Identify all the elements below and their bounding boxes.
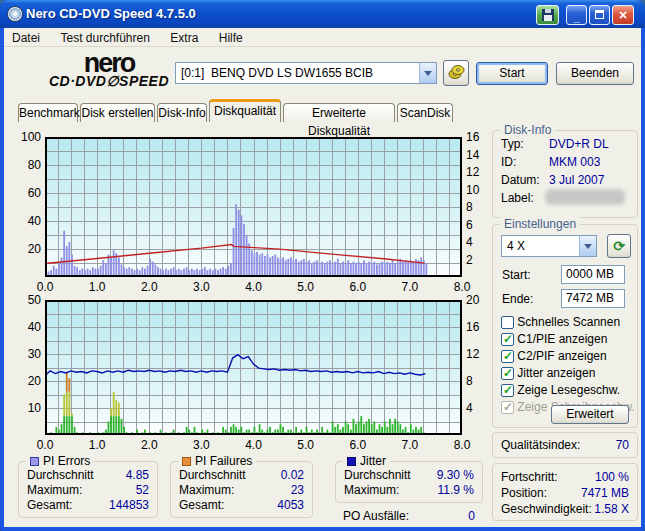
stat-label: Maximum:: [344, 483, 399, 497]
maximize-button[interactable]: [589, 5, 610, 25]
disk-info-group: Disk-Info Typ:DVD+R DL ID:MKM 003 Datum:…: [492, 130, 638, 218]
stat-value: 144853: [109, 498, 149, 512]
left-axis-tick: 100: [11, 130, 41, 144]
left-axis-tick: 30: [11, 347, 41, 361]
disk-info-value: MKM 003: [549, 155, 600, 169]
checkbox-box[interactable]: ✓: [501, 367, 514, 380]
x-axis-tick: 6.0: [343, 438, 373, 452]
right-axis-tick: 20: [466, 293, 492, 307]
speed-value: 1.58 X: [594, 502, 629, 516]
checkbox-jitter-anzeigen[interactable]: ✓ Jitter anzeigen: [501, 366, 635, 382]
menu-extra[interactable]: Extra: [162, 29, 206, 48]
checkbox-schnelles-scannen[interactable]: Schnelles Scannen: [501, 315, 635, 331]
close-button[interactable]: ✕: [612, 5, 634, 25]
x-axis-tick: 0.0: [30, 438, 60, 452]
check-icon: ✓: [503, 349, 513, 363]
left-axis-tick: 60: [11, 186, 41, 200]
disk-info-caption: Disk-Info: [500, 123, 555, 137]
pi-errors-chart: 100806040201614121086420.01.02.03.04.05.…: [8, 128, 488, 291]
speed-label: Geschwindigkeit:: [501, 502, 592, 516]
x-axis-tick: 8.0: [447, 438, 477, 452]
left-axis-tick: 40: [11, 320, 41, 334]
x-axis-tick: 3.0: [186, 438, 216, 452]
tab-scandisk[interactable]: ScanDisk: [397, 103, 453, 122]
stat-value: 11.9 %: [438, 483, 474, 497]
chevron-down-icon[interactable]: [419, 63, 436, 83]
checkbox-box[interactable]: ✓: [501, 350, 514, 363]
drive-select[interactable]: [0:1] BENQ DVD LS DW1655 BCIB: [175, 62, 437, 84]
title-bar[interactable]: Nero CD-DVD Speed 4.7.5.0 _ ✕: [0, 0, 645, 28]
end-field[interactable]: 7472 MB: [561, 289, 625, 308]
eject-disc-button[interactable]: [443, 60, 469, 86]
disk-info-label: Datum:: [501, 173, 549, 187]
floppy-icon: [542, 9, 554, 21]
checkbox-label: Zeige Lesegeschw.: [514, 383, 620, 397]
checkbox-c1-pie-anzeigen[interactable]: ✓ C1/PIE anzeigen: [501, 332, 635, 348]
save-button[interactable]: [536, 5, 559, 25]
tab-benchmark[interactable]: Benchmark: [18, 103, 78, 122]
pif-jitter-chart: 5040302010201612840.01.02.03.04.05.06.07…: [8, 291, 488, 452]
pi-errors-caption: PI Errors: [43, 454, 90, 468]
check-icon: ✓: [503, 366, 513, 380]
right-axis-tick: 12: [466, 347, 492, 361]
stat-label: Maximum:: [27, 483, 82, 497]
checkbox-label: Schnelles Scannen: [514, 315, 620, 329]
settings-checkboxes: Schnelles Scannen✓ C1/PIE anzeigen✓ C2/P…: [501, 315, 635, 417]
tab-disk-erstellen[interactable]: Disk erstellen: [80, 103, 155, 122]
check-icon: ✓: [503, 400, 513, 414]
left-axis-tick: 10: [11, 401, 41, 415]
stat-label: Durchschnitt: [27, 468, 94, 482]
stat-label: Maximum:: [179, 483, 234, 497]
left-axis-tick: 20: [11, 242, 41, 256]
menu-bar: Datei Test durchführen Extra Hilfe: [4, 28, 641, 47]
left-axis-tick: 80: [11, 158, 41, 172]
advanced-button[interactable]: Erweitert: [551, 405, 629, 424]
minimize-button[interactable]: _: [566, 5, 587, 25]
start-button[interactable]: Start: [476, 62, 548, 85]
right-axis-tick: 6: [466, 218, 492, 232]
chevron-down-icon[interactable]: [579, 236, 596, 256]
checkbox-box[interactable]: ✓: [501, 384, 514, 397]
check-icon: ✓: [503, 332, 513, 346]
quit-button[interactable]: Beenden: [556, 62, 634, 85]
checkbox-label: C2/PIF anzeigen: [514, 349, 607, 363]
label-redacted-blob: [545, 189, 625, 205]
right-axis-tick: 4: [466, 235, 492, 249]
speed-select[interactable]: 4 X: [501, 235, 597, 257]
window-title: Nero CD-DVD Speed 4.7.5.0: [26, 6, 196, 21]
checkbox-box[interactable]: ✓: [501, 333, 514, 346]
end-field-label: Ende:: [502, 292, 533, 306]
disk-info-label: Label:: [501, 191, 549, 205]
tab-erweiterte-diskqualitaet[interactable]: Erweiterte Diskqualität: [283, 103, 395, 122]
pi-failures-group: PI Failures Durchschnitt0.02 Maximum:23 …: [170, 461, 313, 518]
pi-errors-legend-swatch: [30, 457, 39, 466]
jitter-caption: Jitter: [360, 454, 386, 468]
right-axis-tick: 10: [466, 183, 492, 197]
top-chart-plot: [45, 137, 462, 277]
refresh-icon: ⟳: [613, 238, 625, 254]
tab-diskqualitaet[interactable]: Diskqualität: [209, 99, 281, 122]
checkbox-c2-pif-anzeigen[interactable]: ✓ C2/PIF anzeigen: [501, 349, 635, 365]
right-axis-tick: 2: [466, 253, 492, 267]
x-axis-tick: 2.0: [134, 438, 164, 452]
quality-index-box: Qualitätsindex:70: [492, 432, 638, 458]
stat-label: Durchschnitt: [179, 468, 246, 482]
x-axis-tick: 1.0: [82, 438, 112, 452]
checkbox-zeige-lesegeschw-[interactable]: ✓ Zeige Lesegeschw.: [501, 383, 635, 399]
nero-logo-subtext: CD·DVD∅SPEED: [34, 75, 184, 88]
pi-failures-legend-swatch: [182, 457, 191, 466]
checkbox-box: ✓: [501, 401, 514, 414]
tab-disk-info[interactable]: Disk-Info: [157, 103, 207, 122]
checkbox-box[interactable]: [501, 316, 514, 329]
menu-hilfe[interactable]: Hilfe: [211, 29, 251, 48]
refresh-button[interactable]: ⟳: [607, 234, 631, 258]
stat-value: 4053: [277, 498, 304, 512]
start-field[interactable]: 0000 MB: [561, 265, 625, 284]
stat-value: 4.85: [126, 468, 149, 482]
po-failures-row: PO Ausfälle: 0: [343, 509, 475, 523]
menu-test-durchfuehren[interactable]: Test durchführen: [52, 29, 157, 48]
progress-box: Fortschritt:100 % Position:7471 MB Gesch…: [492, 463, 638, 521]
po-failures-value: 0: [468, 509, 475, 523]
stat-label: Gesamt:: [179, 498, 224, 512]
menu-datei[interactable]: Datei: [4, 29, 48, 48]
